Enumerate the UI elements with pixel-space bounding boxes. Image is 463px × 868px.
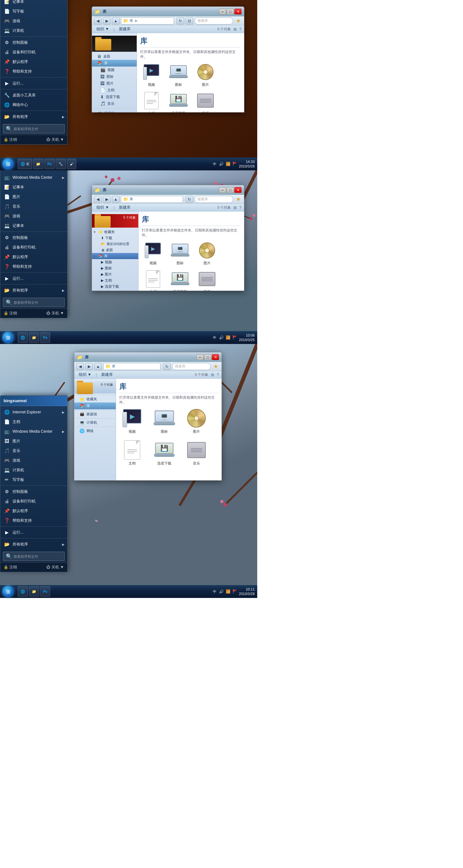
icon-icons-1[interactable]: 💻 图标 bbox=[167, 63, 190, 87]
menu-games-2[interactable]: 🎮 游戏 bbox=[0, 211, 67, 221]
tray-vol-2[interactable]: 🔊 bbox=[219, 335, 224, 340]
icon-dl-2[interactable]: 💾 迅雷下载 bbox=[169, 270, 191, 290]
tree-favorites-2[interactable]: ▼ ⭐ 收藏夹 bbox=[92, 229, 138, 235]
start-orb-3[interactable] bbox=[2, 586, 14, 597]
tray-net-3[interactable]: 📶 bbox=[225, 589, 230, 594]
menu-games-3[interactable]: 🎮 游戏 bbox=[0, 456, 67, 465]
organize-menu-3[interactable]: 组织 ▼ bbox=[77, 371, 93, 378]
icon-docs-2[interactable]: 文档 bbox=[142, 270, 164, 290]
menu-wmc-2[interactable]: 📺 Windows Media Center ▶ bbox=[0, 173, 67, 182]
menu-games-1[interactable]: 🎮 游戏 bbox=[0, 16, 67, 26]
up-btn-3[interactable]: ▲ bbox=[94, 363, 102, 370]
menu-network-1[interactable]: 🌐 网络中心 bbox=[0, 100, 67, 110]
menu-control-2[interactable]: ⚙ 控制面板 bbox=[0, 233, 67, 242]
tray-net-2[interactable]: 📶 bbox=[225, 335, 230, 340]
taskbar-ps-3[interactable]: Ps bbox=[40, 586, 50, 597]
start-search-1[interactable]: 🔍 bbox=[3, 124, 65, 133]
maximize-btn-2[interactable]: □ bbox=[227, 187, 234, 193]
menu-allapps-1[interactable]: 📂 所有程序 ▶ bbox=[0, 112, 67, 122]
help-btn-2[interactable]: ? bbox=[239, 206, 242, 210]
menu-wmc-3[interactable]: 📺 Windows Media Center ▶ bbox=[0, 427, 67, 436]
menu-defaults-2[interactable]: 📌 默认程序 bbox=[0, 252, 67, 262]
new-lib-menu-3[interactable]: 新建库 bbox=[99, 371, 115, 378]
organize-menu-1[interactable]: 组织 ▼ bbox=[95, 26, 111, 32]
start-button-3[interactable] bbox=[0, 585, 16, 598]
sidebar-homegroup-1[interactable]: 👪 家庭组 bbox=[92, 110, 137, 112]
taskbar-folder-3[interactable]: 📁 bbox=[29, 586, 39, 597]
icon-video-2[interactable]: ▶ 视频 bbox=[142, 242, 164, 266]
sidebar-video-1[interactable]: 🎬 视频 bbox=[92, 66, 137, 73]
taskbar-folder-1[interactable]: 📁 bbox=[33, 159, 43, 169]
menu-doc-3[interactable]: 📄 文档 bbox=[0, 417, 67, 427]
lock-btn-2[interactable]: 🔒 注销 bbox=[3, 311, 17, 316]
menu-computer-3[interactable]: 💻 计算机 bbox=[0, 465, 67, 475]
taskbar-paint-1[interactable]: 🖌 bbox=[67, 159, 76, 169]
menu-music-2[interactable]: 🎵 音乐 bbox=[0, 202, 67, 211]
icon-video-3[interactable]: ▶ 视频 bbox=[119, 409, 145, 434]
minimize-btn-3[interactable]: ─ bbox=[196, 354, 204, 360]
tree-desktop-2[interactable]: 🖥 桌面 bbox=[92, 247, 138, 253]
tree-downloads-2[interactable]: ⬇ 下载 bbox=[92, 235, 138, 241]
menu-control-3[interactable]: ⚙ 控制面板 bbox=[0, 487, 67, 496]
icon-docs-1[interactable]: 文档 bbox=[140, 92, 163, 112]
menu-wordpad-2[interactable]: 📄 图片 bbox=[0, 192, 67, 202]
menu-help-1[interactable]: ❓ 帮助和支持 bbox=[0, 66, 67, 76]
icon-video-1[interactable]: ▶ 视频 bbox=[140, 63, 163, 87]
menu-music-3[interactable]: 🎵 音乐 bbox=[0, 446, 67, 456]
menu-notepad-1[interactable]: 📝 记事本 bbox=[0, 0, 67, 6]
taskbar-ps-2[interactable]: Ps bbox=[40, 333, 50, 343]
menu-devices-2[interactable]: 🖨 设备和打印机 bbox=[0, 242, 67, 252]
icon-dl-1[interactable]: 💾 迅雷下载 bbox=[167, 92, 190, 112]
start-search-input-1[interactable] bbox=[13, 127, 62, 131]
tree-lib-2[interactable]: ▼ 📚 库 bbox=[92, 253, 138, 259]
forward-btn-2[interactable]: ▶ bbox=[103, 196, 111, 203]
icon-icons-2[interactable]: 💻 图标 bbox=[169, 242, 191, 266]
icon-icons-3[interactable]: 💻 图标 bbox=[151, 409, 177, 434]
sidebar-lib-3[interactable]: 📚 库 bbox=[74, 403, 116, 409]
menu-wordpad-1[interactable]: 📄 写字板 bbox=[0, 6, 67, 16]
sidebar-music-1[interactable]: 🎵 音乐 bbox=[92, 100, 137, 107]
menu-gadgets-1[interactable]: 🔧 桌面小工具库 bbox=[0, 90, 67, 100]
shutdown-btn-2[interactable]: ⏻ 关机 ▼ bbox=[46, 311, 64, 316]
favorites-btn-2[interactable]: ★ bbox=[235, 196, 242, 203]
new-lib-menu-1[interactable]: 新建库 bbox=[117, 26, 132, 32]
start-orb-1[interactable] bbox=[2, 158, 14, 170]
help-btn-1[interactable]: ? bbox=[239, 27, 242, 31]
minimize-btn-2[interactable]: ─ bbox=[219, 187, 226, 193]
nav-btn-1[interactable]: ⊟ bbox=[186, 18, 193, 25]
sidebar-network-3[interactable]: 🌐 网络 bbox=[74, 428, 116, 434]
close-btn-2[interactable]: ✕ bbox=[235, 187, 242, 193]
back-btn-2[interactable]: ◀ bbox=[94, 196, 102, 203]
tree-video-2[interactable]: ▶ 视频 bbox=[92, 259, 138, 265]
icon-music-1[interactable]: 音乐 bbox=[194, 92, 217, 112]
start-button-1[interactable] bbox=[0, 157, 16, 170]
refresh-btn-2[interactable]: ↻ bbox=[186, 196, 193, 203]
menu-devices-3[interactable]: 🖨 设备和打印机 bbox=[0, 496, 67, 506]
view-btn-1[interactable]: ⊞ bbox=[234, 27, 237, 31]
address-bar-2[interactable]: 📁 库 bbox=[121, 196, 183, 203]
icon-docs-3[interactable]: 文档 bbox=[119, 440, 145, 466]
menu-notepad-2[interactable]: 📝 记事本 bbox=[0, 182, 67, 192]
taskbar-ie-1[interactable]: 🌐 IE bbox=[18, 159, 32, 169]
icon-music-2[interactable]: 音乐 bbox=[196, 270, 218, 290]
taskbar-tool-1[interactable]: 🔧 bbox=[56, 159, 66, 169]
lock-btn-3[interactable]: 🔒 注销 bbox=[3, 564, 17, 570]
sidebar-lib-1[interactable]: 📚 库 bbox=[92, 60, 137, 66]
menu-run-1[interactable]: ▶ 运行... bbox=[0, 79, 67, 88]
forward-btn-1[interactable]: ▶ bbox=[103, 18, 111, 25]
tree-dl-2[interactable]: ▶ 迅雷下载 bbox=[92, 283, 138, 290]
menu-computer-1[interactable]: 💻 计算机 bbox=[0, 26, 67, 35]
search-box-3[interactable]: 搜索库 bbox=[172, 363, 211, 370]
taskbar-ie-3[interactable]: 🌐 bbox=[18, 586, 28, 597]
icon-pics-1[interactable]: 图片 bbox=[194, 63, 217, 87]
maximize-btn-3[interactable]: □ bbox=[204, 354, 211, 360]
view-btn-2[interactable]: ⊞ bbox=[234, 206, 237, 210]
menu-defaults-1[interactable]: 📌 默认程序 bbox=[0, 57, 67, 66]
sidebar-dl-1[interactable]: ⬇ 迅雷下载 bbox=[92, 94, 137, 100]
view-btn-3[interactable]: ⊞ bbox=[211, 373, 214, 377]
start-search-input-2[interactable] bbox=[13, 301, 62, 305]
sidebar-pic-1[interactable]: 🖼 图片 bbox=[92, 80, 137, 87]
back-btn-1[interactable]: ◀ bbox=[94, 18, 102, 25]
tree-recent-2[interactable]: 📂 最近访问的位置 bbox=[92, 241, 138, 247]
menu-pic-2[interactable]: 🖼 图图 bbox=[0, 170, 67, 173]
